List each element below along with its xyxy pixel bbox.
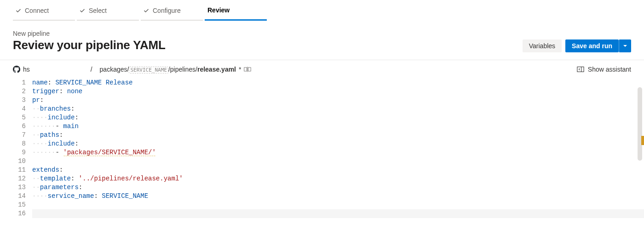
- svg-rect-1: [248, 67, 251, 71]
- step-label: Review: [207, 6, 230, 14]
- code-line[interactable]: ····include:: [32, 113, 644, 122]
- show-assistant-button[interactable]: Show assistant: [577, 66, 631, 73]
- assistant-label: Show assistant: [588, 66, 631, 73]
- rename-icon[interactable]: [244, 67, 251, 72]
- line-number: 12: [13, 174, 26, 183]
- wizard-stepper: Connect Select Configure Review: [0, 4, 644, 21]
- line-number: 6: [13, 122, 26, 131]
- step-configure[interactable]: Configure: [141, 4, 203, 21]
- save-run-split-button: Save and run: [565, 39, 631, 52]
- line-number: 4: [13, 105, 26, 113]
- code-line[interactable]: [32, 157, 644, 166]
- line-number: 5: [13, 113, 26, 122]
- title-block: New pipeline Review your pipeline YAML: [13, 30, 166, 52]
- assistant-icon: [577, 66, 584, 73]
- line-number: 8: [13, 140, 26, 148]
- code-line[interactable]: trigger: none: [32, 87, 644, 96]
- step-label: Select: [89, 7, 107, 14]
- check-icon: [144, 8, 149, 13]
- line-number: 9: [13, 148, 26, 157]
- line-number: 1: [13, 79, 26, 87]
- code-line[interactable]: ······- main: [32, 122, 644, 131]
- repo-name[interactable]: hs: [23, 66, 30, 73]
- code-line[interactable]: extends:: [32, 166, 644, 174]
- check-icon: [16, 8, 21, 13]
- step-review[interactable]: Review: [205, 4, 267, 21]
- chevron-down-icon: [623, 44, 627, 48]
- page-title: Review your pipeline YAML: [13, 38, 166, 52]
- step-select[interactable]: Select: [77, 4, 139, 21]
- github-icon: [13, 66, 20, 73]
- line-number: 7: [13, 131, 26, 140]
- code-line[interactable]: ··template: '../pipelines/release.yaml': [32, 174, 644, 183]
- header-actions: Variables Save and run: [523, 39, 631, 52]
- line-number: 15: [13, 201, 26, 209]
- save-and-run-button[interactable]: Save and run: [565, 39, 619, 52]
- line-number: 16: [13, 209, 26, 218]
- step-label: Connect: [25, 7, 49, 14]
- check-icon: [80, 8, 85, 13]
- line-gutter: 12345678910111213141516: [13, 79, 32, 218]
- line-number: 10: [13, 157, 26, 166]
- line-number: 14: [13, 192, 26, 201]
- save-and-run-dropdown[interactable]: [619, 39, 631, 52]
- dirty-indicator: *: [239, 66, 241, 73]
- service-name-placeholder: SERVICE_NAME: [129, 67, 168, 73]
- title-row: New pipeline Review your pipeline YAML V…: [0, 21, 644, 60]
- path-sep: /: [91, 66, 92, 73]
- pathbar-left: hs / packages/SERVICE_NAME/pipelines/rel…: [13, 66, 251, 73]
- svg-rect-0: [244, 67, 247, 71]
- line-number: 13: [13, 183, 26, 192]
- code-line[interactable]: ····service_name: SERVICE_NAME: [32, 192, 644, 201]
- yaml-editor[interactable]: 12345678910111213141516 name: SERVICE_NA…: [0, 79, 644, 218]
- line-number: 3: [13, 96, 26, 105]
- code-area[interactable]: name: SERVICE_NAME Releasetrigger: nonep…: [32, 79, 644, 218]
- code-line[interactable]: ····include:: [32, 140, 644, 148]
- code-line[interactable]: [32, 201, 644, 209]
- minimap-warning-marker[interactable]: [641, 136, 644, 145]
- scrollbar-thumb[interactable]: [638, 87, 642, 161]
- svg-rect-3: [577, 67, 584, 72]
- code-line[interactable]: ··branches:: [32, 105, 644, 113]
- breadcrumb: New pipeline: [13, 30, 166, 37]
- code-line[interactable]: ··parameters:: [32, 183, 644, 192]
- line-number: 2: [13, 87, 26, 96]
- code-line[interactable]: ······- 'packages/SERVICE_NAME/': [32, 148, 644, 157]
- step-connect[interactable]: Connect: [13, 4, 75, 21]
- file-path[interactable]: packages/SERVICE_NAME/pipelines/release.…: [100, 66, 236, 73]
- variables-button[interactable]: Variables: [523, 39, 562, 52]
- file-name: release.yaml: [197, 66, 236, 73]
- code-line[interactable]: pr:: [32, 96, 644, 105]
- pathbar: hs / packages/SERVICE_NAME/pipelines/rel…: [0, 60, 644, 79]
- code-line[interactable]: ··paths:: [32, 131, 644, 140]
- code-line[interactable]: name: SERVICE_NAME Release: [32, 79, 644, 87]
- line-number: 11: [13, 166, 26, 174]
- step-label: Configure: [153, 7, 181, 14]
- code-line[interactable]: [32, 209, 644, 218]
